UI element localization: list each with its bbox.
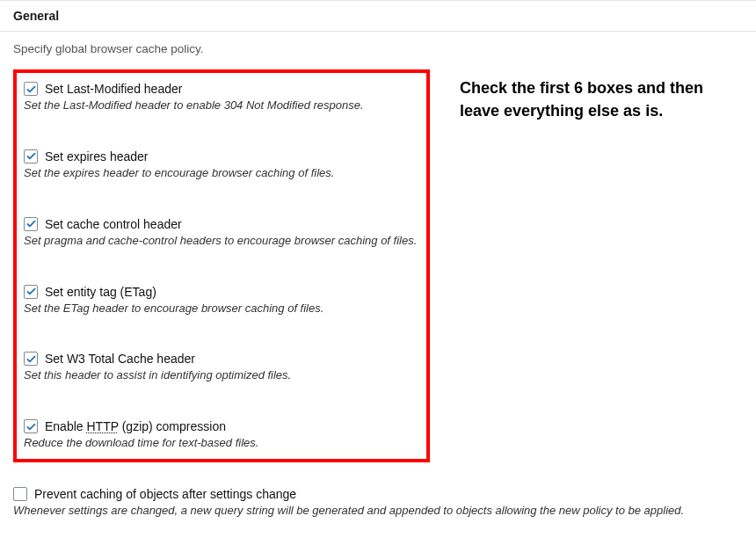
- checkbox-w3tc[interactable]: [24, 352, 38, 366]
- checkbox-last-modified[interactable]: [24, 82, 38, 96]
- option-cache-control: Set cache control header Set pragma and …: [24, 217, 418, 250]
- option-label[interactable]: Set W3 Total Cache header: [45, 352, 195, 366]
- checkbox-gzip[interactable]: [24, 419, 38, 433]
- option-label[interactable]: Set entity tag (ETag): [45, 285, 156, 299]
- option-row: Set entity tag (ETag): [24, 285, 418, 299]
- option-prevent-caching: Prevent caching of objects after setting…: [0, 462, 756, 520]
- option-desc: Set this header to assist in identifying…: [24, 367, 418, 384]
- section-header: General: [0, 0, 756, 32]
- check-icon: [25, 353, 37, 365]
- highlighted-options-box: Set Last-Modified header Set the Last-Mo…: [13, 69, 430, 462]
- checkbox-etag[interactable]: [24, 285, 38, 299]
- section-content: Specify global browser cache policy. Set…: [0, 32, 756, 462]
- option-desc: Set the ETag header to encourage browser…: [24, 301, 418, 317]
- option-desc: Whenever settings are changed, a new que…: [13, 503, 743, 520]
- option-w3tc: Set W3 Total Cache header Set this heade…: [24, 352, 418, 384]
- label-acronym: HTTP: [86, 419, 118, 433]
- settings-panel: General Specify global browser cache pol…: [0, 0, 756, 520]
- checkbox-cache-control[interactable]: [24, 217, 38, 231]
- option-desc: Set pragma and cache-control headers to …: [24, 233, 418, 250]
- option-row: Set Last-Modified header: [24, 82, 418, 96]
- instruction-annotation: Check the first 6 boxes and then leave e…: [460, 69, 723, 122]
- option-row: Set cache control header: [24, 217, 418, 231]
- check-icon: [25, 84, 37, 95]
- option-label[interactable]: Enable HTTP (gzip) compression: [45, 419, 226, 433]
- checkbox-expires[interactable]: [24, 149, 38, 164]
- check-icon: [25, 218, 37, 229]
- option-gzip: Enable HTTP (gzip) compression Reduce th…: [24, 419, 418, 452]
- label-prefix: Enable: [45, 419, 86, 433]
- option-desc: Set the Last-Modified header to enable 3…: [24, 98, 418, 114]
- option-label[interactable]: Set cache control header: [45, 217, 182, 231]
- option-label[interactable]: Set expires header: [45, 149, 149, 164]
- option-last-modified: Set Last-Modified header Set the Last-Mo…: [24, 82, 418, 114]
- option-desc: Set the expires header to encourage brow…: [24, 165, 418, 182]
- section-subtitle: Specify global browser cache policy.: [13, 42, 743, 55]
- option-row: Enable HTTP (gzip) compression: [24, 419, 418, 433]
- checkbox-prevent-caching[interactable]: [13, 487, 27, 501]
- check-icon: [25, 150, 37, 162]
- option-label[interactable]: Prevent caching of objects after setting…: [34, 487, 296, 501]
- check-icon: [25, 421, 37, 432]
- option-row: Set W3 Total Cache header: [24, 352, 418, 366]
- option-row: Set expires header: [24, 149, 418, 164]
- option-expires: Set expires header Set the expires heade…: [24, 149, 418, 182]
- option-etag: Set entity tag (ETag) Set the ETag heade…: [24, 285, 418, 317]
- main-row: Set Last-Modified header Set the Last-Mo…: [13, 69, 743, 462]
- option-label[interactable]: Set Last-Modified header: [45, 82, 182, 96]
- check-icon: [25, 286, 37, 297]
- section-title: General: [13, 9, 743, 23]
- label-suffix: (gzip) compression: [119, 419, 226, 433]
- option-row: Prevent caching of objects after setting…: [13, 487, 743, 501]
- option-desc: Reduce the download time for text-based …: [24, 435, 418, 452]
